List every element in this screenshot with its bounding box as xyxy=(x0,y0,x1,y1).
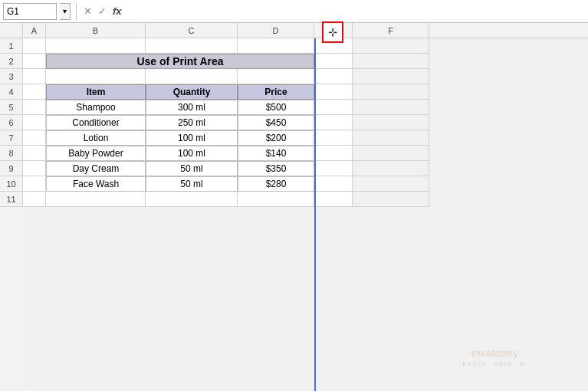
cell-c9[interactable]: 50 ml xyxy=(146,161,238,176)
grid-row-2: Use of Print Area xyxy=(23,54,588,69)
cell-f3[interactable] xyxy=(353,69,429,84)
row-num-11[interactable]: 11 xyxy=(0,192,23,207)
cell-d9[interactable]: $350 xyxy=(238,161,314,176)
cell-c11[interactable] xyxy=(146,192,238,207)
cell-e8[interactable] xyxy=(314,146,353,161)
cell-f2[interactable] xyxy=(353,54,429,69)
item-1: Shampoo xyxy=(76,102,115,113)
cell-e4[interactable] xyxy=(314,84,353,100)
cell-a5[interactable] xyxy=(23,100,46,115)
row-num-5[interactable]: 5 xyxy=(0,100,23,115)
cell-e6[interactable] xyxy=(314,115,353,130)
fx-icon[interactable]: fx xyxy=(111,5,123,17)
row-num-4[interactable]: 4 xyxy=(0,84,23,100)
cell-c5[interactable]: 300 ml xyxy=(146,100,238,115)
cell-d10[interactable]: $280 xyxy=(238,176,314,192)
grid-row-8: Baby Powder 100 ml $140 xyxy=(23,146,588,161)
grid-row-6: Conditioner 250 ml $450 xyxy=(23,115,588,130)
row-num-2[interactable]: 2 xyxy=(0,54,23,69)
cell-c3[interactable] xyxy=(146,69,238,84)
cell-f5[interactable] xyxy=(353,100,429,115)
cell-d3[interactable] xyxy=(238,69,314,84)
row-num-6[interactable]: 6 xyxy=(0,115,23,130)
row-num-3[interactable]: 3 xyxy=(0,69,23,84)
cell-b11[interactable] xyxy=(46,192,146,207)
resize-cursor-box[interactable]: ⊹ xyxy=(322,21,343,43)
cell-a8[interactable] xyxy=(23,146,46,161)
cell-e5[interactable] xyxy=(314,100,353,115)
row-num-8[interactable]: 8 xyxy=(0,146,23,161)
col-header-c[interactable]: C xyxy=(146,23,238,38)
cell-b8[interactable]: Baby Powder xyxy=(46,146,146,161)
cell-e3[interactable] xyxy=(314,69,353,84)
cell-b7[interactable]: Lotion xyxy=(46,130,146,146)
col-header-b[interactable]: B xyxy=(46,23,146,38)
cell-f10[interactable] xyxy=(353,176,429,192)
cell-c8[interactable]: 100 ml xyxy=(146,146,238,161)
cell-b10[interactable]: Face Wash xyxy=(46,176,146,192)
cell-b3[interactable] xyxy=(46,69,146,84)
cell-d11[interactable] xyxy=(238,192,314,207)
qty-1: 300 ml xyxy=(178,102,205,113)
grid-row-1 xyxy=(23,38,588,54)
cell-b1[interactable] xyxy=(46,38,146,54)
cell-f4[interactable] xyxy=(353,84,429,100)
grid-row-11 xyxy=(23,192,588,207)
cell-f7[interactable] xyxy=(353,130,429,146)
row-num-7[interactable]: 7 xyxy=(0,130,23,146)
cell-f8[interactable] xyxy=(353,146,429,161)
cell-a9[interactable] xyxy=(23,161,46,176)
item-3: Lotion xyxy=(84,133,109,143)
cell-f11[interactable] xyxy=(353,192,429,207)
cell-e11[interactable] xyxy=(314,192,353,207)
cell-b9[interactable]: Day Cream xyxy=(46,161,146,176)
price-1: $500 xyxy=(266,102,287,113)
cell-ref-dropdown[interactable]: ▾ xyxy=(60,3,71,20)
cell-f9[interactable] xyxy=(353,161,429,176)
cell-a3[interactable] xyxy=(23,69,46,84)
formula-input[interactable] xyxy=(126,3,585,20)
grid-body: 1 2 3 4 5 6 7 8 9 10 11 xyxy=(0,38,588,391)
cell-b6[interactable]: Conditioner xyxy=(46,115,146,130)
col-header-d[interactable]: D xyxy=(238,23,314,38)
row-num-1[interactable]: 1 xyxy=(0,38,23,54)
cell-f1[interactable] xyxy=(353,38,429,54)
cell-e2[interactable] xyxy=(314,54,353,69)
cell-c4-header[interactable]: Quantity xyxy=(146,84,238,100)
cell-a10[interactable] xyxy=(23,176,46,192)
cell-e7[interactable] xyxy=(314,130,353,146)
cell-d5[interactable]: $500 xyxy=(238,100,314,115)
cell-a2[interactable] xyxy=(23,54,46,69)
cell-c7[interactable]: 100 ml xyxy=(146,130,238,146)
cell-c10[interactable]: 50 ml xyxy=(146,176,238,192)
cell-d1[interactable] xyxy=(238,38,314,54)
cell-e10[interactable] xyxy=(314,176,353,192)
cell-b5[interactable]: Shampoo xyxy=(46,100,146,115)
row-num-9[interactable]: 9 xyxy=(0,161,23,176)
cell-a1[interactable] xyxy=(23,38,46,54)
cell-c1[interactable] xyxy=(146,38,238,54)
confirm-icon[interactable]: ✓ xyxy=(97,5,108,17)
qty-6: 50 ml xyxy=(180,179,202,189)
cell-b4-header[interactable]: Item xyxy=(46,84,146,100)
row-num-10[interactable]: 10 xyxy=(0,176,23,192)
cell-a11[interactable] xyxy=(23,192,46,207)
cell-reference-box[interactable]: G1 xyxy=(3,3,57,20)
cell-a7[interactable] xyxy=(23,130,46,146)
cell-d7[interactable]: $200 xyxy=(238,130,314,146)
cell-f6[interactable] xyxy=(353,115,429,130)
cell-e9[interactable] xyxy=(314,161,353,176)
cell-d4-header[interactable]: Price xyxy=(238,84,314,100)
cancel-icon[interactable]: ✕ xyxy=(82,5,94,17)
cell-a6[interactable] xyxy=(23,115,46,130)
price-2: $450 xyxy=(266,117,287,128)
col-header-f[interactable]: F xyxy=(353,23,429,38)
col-header-a[interactable]: A xyxy=(23,23,46,38)
cell-a4[interactable] xyxy=(23,84,46,100)
col-header-e[interactable]: E ⊹ xyxy=(314,23,353,38)
cell-c6[interactable]: 250 ml xyxy=(146,115,238,130)
grid-row-7: Lotion 100 ml $200 xyxy=(23,130,588,146)
cell-d8[interactable]: $140 xyxy=(238,146,314,161)
grid-row-3 xyxy=(23,69,588,84)
cell-d6[interactable]: $450 xyxy=(238,115,314,130)
